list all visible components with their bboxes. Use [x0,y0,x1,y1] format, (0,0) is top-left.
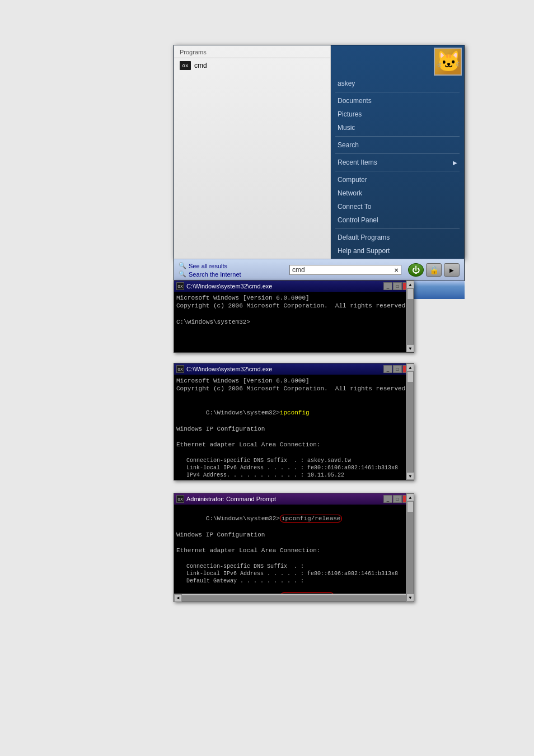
cmd-titlebar-1[interactable]: ox C:\Windows\system32\cmd.exe _ □ ✕ [174,281,414,292]
menu-item-network[interactable]: Network [331,186,464,200]
askey-label: askey [338,80,355,87]
cmd-title-icon-2: ox [176,365,184,373]
cmd-blank-3 [176,433,405,441]
start-menu-bottom: 🔍 See all results 🔍 Search the Internet … [174,259,465,281]
cmd-ipv6: Link-local IPv6 Address . . . . . : fe80… [176,464,405,472]
search-icon-2: 🔍 [179,270,186,278]
cmd-prompt-3a: C:\Windows\system32> [206,515,280,522]
cmd-title-icon-3: ox [176,495,184,503]
cmd-scrollbar-1[interactable]: ▲ ▼ [406,281,414,352]
cmd-scrollbar-3[interactable]: ▲ ▼ [406,493,414,601]
user-avatar-area [331,45,464,76]
cmd-release-line: C:\Windows\system32>ipconfig/release [176,507,405,531]
cmd-win-ip: Windows IP Configuration [176,425,405,433]
see-all-results-label: See all results [189,263,227,269]
scroll-track-2 [406,371,414,472]
clear-search-icon[interactable]: ✕ [394,267,399,273]
search-label: Search [338,141,359,149]
separator-4 [335,171,460,171]
scroll-thumb-2[interactable] [407,371,414,382]
menu-item-askey[interactable]: askey [331,77,464,90]
cmd-title-icon-1: ox [176,282,184,290]
cmd-line-version-2: Microsoft Windows [Version 6.0.6000] [176,377,405,385]
cmd-prompt-3b: C:\Windows\system32> [206,593,280,594]
menu-item-computer[interactable]: Computer [331,173,464,186]
cmd-ipconfig-command: C:\Windows\system32>ipconfig [176,401,405,425]
menu-item-control-panel[interactable]: Control Panel [331,213,464,227]
see-all-results-link[interactable]: 🔍 See all results [179,262,285,270]
cmd-body-3: C:\Windows\system32>ipconfig/release Win… [174,505,414,594]
minimize-button-1[interactable]: _ [383,282,392,290]
documents-label: Documents [338,97,372,105]
control-panel-label: Control Panel [338,216,378,224]
arrow-button[interactable]: ▶ [444,263,460,277]
minimize-button-3[interactable]: _ [383,495,392,503]
minimize-button-2[interactable]: _ [383,365,392,373]
search-internet-link[interactable]: 🔍 Search the Internet [179,270,285,278]
h-scroll-left-3[interactable]: ◀ [174,594,182,602]
recent-items-label: Recent Items [338,158,377,166]
cmd-ethernet-header: Ethernet adapter Local Area Connection: [176,441,405,449]
cmd-gateway-3: Default Gateway . . . . . . . . . : [176,577,405,585]
right-menu-items: askey Documents Pictures Music Search [331,76,464,259]
recent-items-chevron: ▶ [453,160,457,166]
renew-cmd: ipconfig/renew [280,592,335,594]
cmd-line-blank-1 [176,310,405,318]
cmd-scrollbar-2[interactable]: ▲ ▼ [406,363,414,480]
scroll-track-3 [406,501,414,594]
scroll-down-2[interactable]: ▼ [406,472,414,480]
menu-item-documents[interactable]: Documents [331,94,464,108]
cmd-titlebar-2[interactable]: ox C:\Windows\system32\cmd.exe _ □ ✕ [174,363,414,375]
ipconfig-cmd: ipconfig [280,409,310,416]
cmd-blank-5 [176,539,405,547]
cmd-window-3: ox Administrator: Command Prompt _ □ ✕ C… [174,493,414,602]
separator-2 [335,136,460,137]
cmd-prompt-1: C:\Windows\system32> [176,318,405,326]
menu-item-recent-items[interactable]: Recent Items ▶ [331,156,464,169]
user-avatar[interactable] [434,48,462,76]
menu-item-connect-to[interactable]: Connect To [331,200,464,213]
scroll-up-1[interactable]: ▲ [406,281,414,288]
cmd-titlebar-3[interactable]: ox Administrator: Command Prompt _ □ ✕ [174,493,414,505]
music-label: Music [338,124,355,132]
cmd-dns-3: Connection-specific DNS Suffix . : [176,563,405,570]
cmd-line-copyright-2: Copyright (c) 2006 Microsoft Corporation… [176,385,405,393]
menu-item-music[interactable]: Music [331,121,464,134]
menu-item-search[interactable]: Search [331,138,464,152]
restore-button-3[interactable]: □ [393,495,402,503]
cmd-line-copyright-1: Copyright (c) 2006 Microsoft Corporation… [176,302,405,310]
cmd-line-blank-2 [176,393,405,401]
network-label: Network [338,189,362,197]
cmd-program-item[interactable]: ox cmd [174,58,330,73]
release-cmd: ipconfig/release [280,515,343,522]
menu-item-default-programs[interactable]: Default Programs [331,231,464,244]
lock-button[interactable]: 🔒 [426,263,442,277]
scroll-up-2[interactable]: ▲ [406,363,414,371]
programs-header: Programs [174,45,330,58]
menu-item-help-support[interactable]: Help and Support [331,244,464,258]
cmd-hscroll-3[interactable]: ◀ ▶ [174,594,414,601]
cmd-window-1: ox C:\Windows\system32\cmd.exe _ □ ✕ Mic… [174,280,414,353]
cmd-body-1: Microsoft Windows [Version 6.0.6000] Cop… [174,292,414,352]
start-menu-left-panel: Programs ox cmd [174,45,331,259]
cmd-blank-4 [176,449,405,457]
scroll-down-3[interactable]: ▼ [406,594,414,601]
power-button[interactable]: ⏻ [408,263,424,277]
search-input[interactable]: cmd [292,266,394,274]
separator-5 [335,228,460,229]
scroll-thumb-3[interactable] [407,501,414,512]
bottom-links: 🔍 See all results 🔍 Search the Internet [179,262,285,278]
cmd-ipv6-3: Link-local IPv6 Address . . . . . : fe80… [176,570,405,577]
scroll-down-1[interactable]: ▼ [406,344,414,352]
restore-button-2[interactable]: □ [393,365,402,373]
default-programs-label: Default Programs [338,234,390,241]
cmd-title-text-3: Administrator: Command Prompt [186,496,383,502]
menu-item-pictures[interactable]: Pictures [331,108,464,121]
cmd-title-text-1: C:\Windows\system32\cmd.exe [186,283,383,290]
restore-button-1[interactable]: □ [393,282,402,290]
scroll-up-3[interactable]: ▲ [406,493,414,501]
scroll-thumb-1[interactable] [407,288,414,300]
cmd-line-version-1: Microsoft Windows [Version 6.0.6000] [176,294,405,302]
separator-1 [335,92,460,92]
cmd-win-ip-3: Windows IP Configuration [176,531,405,539]
